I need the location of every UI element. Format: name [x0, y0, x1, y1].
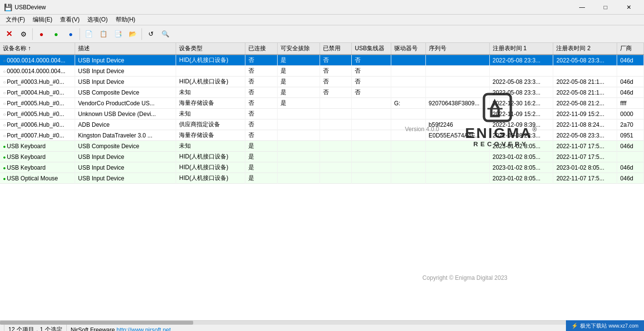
red-circle-button[interactable]: ● [35, 27, 48, 41]
window-controls: — □ ✕ [571, 0, 640, 15]
cell-regtime2: 2022-05-08 21:2... [553, 98, 617, 109]
cell-safe-remove: 是 [277, 55, 320, 66]
save-text-button[interactable]: 📋 [97, 27, 110, 41]
cell-description: USB Input Device [75, 162, 176, 173]
save-html-button[interactable]: 📄 [82, 27, 96, 41]
nirsoft-link[interactable]: http://www.nirsoft.net [117, 327, 171, 331]
cell-vendor: 2a70 [617, 119, 644, 130]
col-name[interactable]: 设备名称 ↑ [0, 43, 75, 55]
cell-serial [425, 173, 489, 184]
cell-serial: E0D55EA574A4E... [425, 130, 489, 141]
table-row[interactable]: ○Port_#0005.Hub_#0... Unknown USB Device… [0, 109, 644, 119]
table-row[interactable]: ○Port_#0005.Hub_#0... VendorCo ProductCo… [0, 98, 644, 109]
col-regtime1[interactable]: 注册表时间 1 [489, 43, 553, 55]
cell-serial: 920706438F3809... [425, 98, 489, 109]
cell-regtime1: 2022-11-09 15:2... [489, 109, 553, 119]
table-row[interactable]: ○Port_#0006.Hub_#0... ADB Device 供应商指定设备… [0, 119, 644, 130]
title-bar: 💾 USBDeview — □ ✕ [0, 0, 644, 15]
cell-name: ○Port_#0003.Hub_#0... [0, 77, 75, 87]
table-header-row: 设备名称 ↑ 描述 设备类型 已连接 可安全拔除 已禁用 USB集线器 驱动器号… [0, 43, 644, 55]
col-hub[interactable]: USB集线器 [352, 43, 391, 55]
cell-connected: 是 [245, 173, 277, 184]
col-connected[interactable]: 已连接 [245, 43, 277, 55]
table-row[interactable]: ●USB Keyboard USB Input Device HID(人机接口设… [0, 152, 644, 162]
cell-driver: G: [391, 98, 425, 109]
cell-regtime2: 2022-11-07 17:5... [553, 173, 617, 184]
cell-safe-remove: 是 [277, 98, 320, 109]
cell-type: HID(人机接口设备) [176, 77, 245, 87]
col-vendor[interactable]: 厂商 [617, 43, 644, 55]
cell-connected: 否 [245, 87, 277, 98]
table-row[interactable]: ●USB Keyboard USB Composite Device 未知 是 … [0, 141, 644, 152]
menu-view[interactable]: 查看(V) [56, 15, 83, 25]
minimize-button[interactable]: — [571, 0, 593, 15]
device-table: 设备名称 ↑ 描述 设备类型 已连接 可安全拔除 已禁用 USB集线器 驱动器号… [0, 43, 644, 184]
table-row[interactable]: ○0000.0014.0000.004... USB Input Device … [0, 55, 644, 66]
blue-circle-button[interactable]: ● [64, 27, 78, 41]
copy-button[interactable]: 📑 [111, 27, 125, 41]
cell-disabled [320, 162, 351, 173]
menu-options[interactable]: 选项(O) [83, 15, 111, 25]
cell-regtime1: 2022-05-08 23:3... [489, 55, 553, 66]
cell-type: 海量存储设备 [176, 98, 245, 109]
green-circle-button[interactable]: ● [49, 27, 63, 41]
cell-disabled [320, 130, 351, 141]
cell-regtime2: 2023-01-02 8:05... [553, 162, 617, 173]
cell-hub: 否 [352, 55, 391, 66]
col-driver[interactable]: 驱动器号 [391, 43, 425, 55]
cell-description: USB Input Device [75, 55, 176, 66]
maximize-button[interactable]: □ [594, 0, 617, 15]
menu-file[interactable]: 文件(F) [2, 15, 29, 25]
cell-safe-remove [277, 173, 320, 184]
col-disabled[interactable]: 已禁用 [320, 43, 351, 55]
cell-regtime2: 2022-05-08 23:3... [553, 130, 617, 141]
table-row[interactable]: ○0000.0014.0000.004... USB Input Device … [0, 66, 644, 77]
cell-hub [352, 130, 391, 141]
col-regtime2[interactable]: 注册表时间 2 [553, 43, 617, 55]
cell-disabled [320, 173, 351, 184]
scroll-thumb[interactable] [0, 321, 193, 325]
menu-help[interactable]: 帮助(H) [112, 15, 140, 25]
menu-edit[interactable]: 编辑(E) [29, 15, 56, 25]
table-row[interactable]: ●USB Keyboard USB Input Device HID(人机接口设… [0, 162, 644, 173]
col-description[interactable]: 描述 [75, 43, 176, 55]
refresh-button[interactable]: ↺ [144, 27, 158, 41]
col-type[interactable]: 设备类型 [176, 43, 245, 55]
cell-regtime2: 2022-05-08 21:1... [553, 77, 617, 87]
cell-vendor: 0951 [617, 130, 644, 141]
cell-disabled [320, 152, 351, 162]
properties-button[interactable]: ⚙ [17, 27, 30, 41]
cell-safe-remove [277, 141, 320, 152]
brand-icon: ⚡ [571, 323, 578, 329]
table-row[interactable]: ●USB Optical Mouse USB Input Device HID(… [0, 173, 644, 184]
table-row[interactable]: ○Port_#0004.Hub_#0... USB Composite Devi… [0, 87, 644, 98]
cell-connected: 否 [245, 98, 277, 109]
close-button[interactable]: ✕ [618, 0, 640, 15]
cell-vendor [617, 66, 644, 77]
table-row[interactable]: ○Port_#0003.Hub_#0... USB Input Device H… [0, 77, 644, 87]
cell-hub [352, 119, 391, 130]
cell-driver [391, 162, 425, 173]
device-table-container[interactable]: 设备名称 ↑ 描述 设备类型 已连接 可安全拔除 已禁用 USB集线器 驱动器号… [0, 43, 644, 320]
col-serial[interactable]: 序列号 [425, 43, 489, 55]
scroll-track[interactable] [0, 321, 644, 325]
cell-type: 海量存储设备 [176, 130, 245, 141]
horizontal-scrollbar[interactable] [0, 320, 644, 324]
col-safe-remove[interactable]: 可安全拔除 [277, 43, 320, 55]
table-row[interactable]: ○Port_#0007.Hub_#0... Kingston DataTrave… [0, 130, 644, 141]
cell-name: ●USB Optical Mouse [0, 173, 75, 184]
search-button[interactable]: 🔍 [159, 27, 172, 41]
cell-regtime2: 2022-11-09 15:2... [553, 109, 617, 119]
cell-hub [352, 162, 391, 173]
main-content: 设备名称 ↑ 描述 设备类型 已连接 可安全拔除 已禁用 USB集线器 驱动器号… [0, 43, 644, 320]
cell-name: ●USB Keyboard [0, 162, 75, 173]
delete-button[interactable]: ✕ [2, 27, 16, 41]
open-button[interactable]: 📂 [126, 27, 140, 41]
cell-hub [352, 109, 391, 119]
cell-name: ○0000.0014.0000.004... [0, 66, 75, 77]
menu-bar: 文件(F) 编辑(E) 查看(V) 选项(O) 帮助(H) [0, 15, 644, 25]
cell-regtime1: 2022-05-08 23:3... [489, 130, 553, 141]
cell-hub: 否 [352, 87, 391, 98]
cell-description: ADB Device [75, 119, 176, 130]
cell-serial [425, 55, 489, 66]
